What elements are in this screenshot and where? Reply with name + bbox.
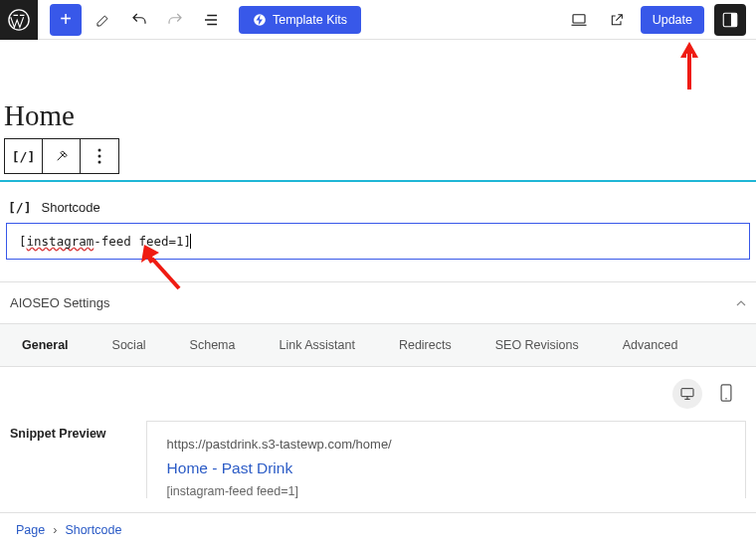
breadcrumb-current[interactable]: Shortcode — [65, 523, 121, 537]
snippet-preview-box: https://pastdrink.s3-tastewp.com/home/ H… — [146, 421, 746, 498]
snippet-url: https://pastdrink.s3-tastewp.com/home/ — [167, 437, 725, 452]
mobile-icon — [720, 384, 732, 402]
tab-general[interactable]: General — [0, 324, 91, 366]
snippet-preview-row: Snippet Preview https://pastdrink.s3-tas… — [0, 415, 756, 498]
snippet-title: Home - Past Drink — [167, 452, 725, 477]
block-options-button[interactable] — [81, 139, 118, 173]
update-button[interactable]: Update — [641, 6, 704, 34]
preview-mobile-button[interactable] — [712, 379, 740, 407]
preview-desktop-button[interactable] — [672, 379, 702, 409]
view-page-button[interactable] — [603, 6, 631, 34]
list-icon — [202, 11, 220, 29]
editor-topbar: + Template Kits Update — [0, 0, 756, 40]
svg-point-5 — [98, 149, 101, 152]
top-left-tools: + Template Kits — [38, 4, 361, 36]
aioseo-panel: AIOSEO Settings General Social Schema Li… — [0, 281, 756, 498]
svg-rect-4 — [732, 13, 737, 27]
desktop-icon — [679, 386, 695, 402]
template-kits-button[interactable]: Template Kits — [239, 6, 361, 34]
svg-point-6 — [98, 155, 101, 158]
document-overview-button[interactable] — [197, 6, 225, 34]
tab-advanced[interactable]: Advanced — [601, 324, 700, 366]
pencil-icon — [95, 12, 111, 28]
view-desktop-button[interactable] — [565, 6, 593, 34]
snippet-desc: [instagram-feed feed=1] — [167, 477, 725, 498]
collapse-icon — [736, 298, 746, 308]
svg-point-7 — [98, 161, 101, 164]
snippet-preview-label: Snippet Preview — [10, 421, 106, 498]
laptop-icon — [570, 11, 588, 29]
shortcode-icon: [/] — [8, 200, 31, 215]
block-separator — [0, 180, 756, 182]
editor-canvas: Home [/] [/] Shortcode [instagram-feed f… — [0, 40, 756, 498]
tab-redirects[interactable]: Redirects — [377, 324, 473, 366]
page-title[interactable]: Home — [0, 40, 756, 138]
tab-schema[interactable]: Schema — [168, 324, 258, 366]
block-type-button[interactable]: [/] — [5, 139, 43, 173]
block-toolbar: [/] — [4, 138, 119, 174]
block-move-button[interactable] — [43, 139, 81, 173]
tab-link-assistant[interactable]: Link Assistant — [257, 324, 376, 366]
edit-tool-button[interactable] — [90, 6, 117, 34]
svg-rect-2 — [573, 14, 585, 22]
redo-icon — [166, 11, 184, 29]
svg-rect-8 — [681, 389, 693, 397]
template-kits-label: Template Kits — [273, 13, 347, 27]
sidebar-icon — [721, 11, 739, 29]
tab-social[interactable]: Social — [91, 324, 168, 366]
breadcrumb: Page › Shortcode — [0, 512, 756, 547]
tool-icon — [54, 149, 69, 164]
undo-icon — [130, 11, 148, 29]
undo-button[interactable] — [125, 6, 153, 34]
update-label: Update — [653, 13, 692, 27]
redo-button[interactable] — [161, 6, 189, 34]
external-link-icon — [609, 12, 625, 28]
shortcode-block-header: [/] Shortcode — [0, 196, 756, 223]
shortcode-label: Shortcode — [41, 200, 99, 215]
wordpress-icon — [8, 9, 30, 31]
wp-logo[interactable] — [0, 0, 38, 40]
breadcrumb-page[interactable]: Page — [16, 523, 45, 537]
shortcode-input[interactable]: [instagram-feed feed=1] — [6, 223, 750, 260]
settings-panel-toggle[interactable] — [714, 4, 746, 36]
aioseo-tabs: General Social Schema Link Assistant Red… — [0, 324, 756, 367]
tab-seo-revisions[interactable]: SEO Revisions — [473, 324, 601, 366]
aioseo-title[interactable]: AIOSEO Settings — [0, 282, 756, 324]
more-vertical-icon — [97, 148, 101, 164]
bolt-icon — [253, 13, 267, 27]
preview-device-row — [0, 367, 756, 415]
block-inserter-button[interactable]: + — [50, 4, 82, 36]
shortcode-icon: [/] — [12, 149, 35, 164]
chevron-right-icon: › — [53, 523, 57, 537]
top-right-tools: Update — [565, 4, 756, 36]
svg-point-10 — [725, 398, 727, 400]
